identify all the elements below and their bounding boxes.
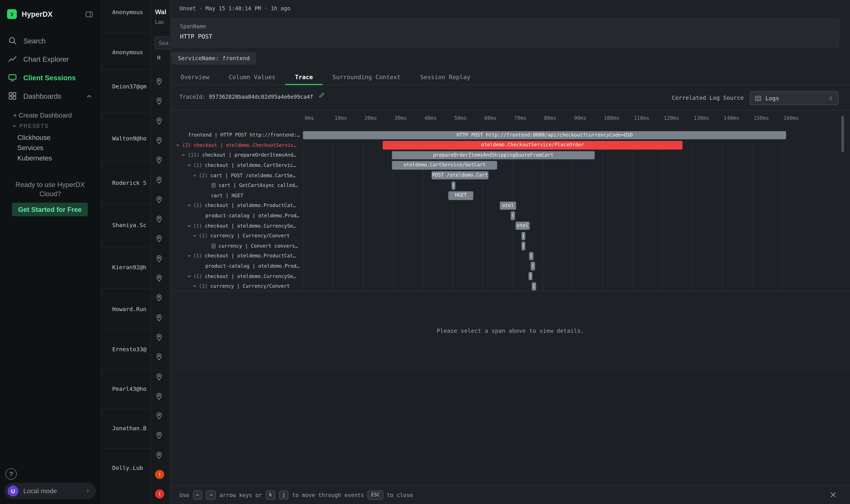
tab-session-replay[interactable]: Session Replay bbox=[410, 70, 480, 85]
trace-span-row[interactable]: (1)checkout | oteldemo.ProductCat… bbox=[171, 201, 303, 211]
trace-span-bar[interactable]: ( bbox=[452, 181, 455, 190]
trace-span-row[interactable]: (2)checkout | oteldemo.CheckoutServic… bbox=[171, 140, 303, 150]
event-pin-icon[interactable] bbox=[155, 313, 163, 322]
service-name-chip[interactable]: ServiceName: frontend bbox=[172, 52, 256, 64]
event-pin-icon[interactable] bbox=[155, 235, 163, 243]
chevron-down-icon[interactable] bbox=[187, 223, 191, 228]
event-pin-icon[interactable] bbox=[155, 215, 163, 223]
trace-span-bar[interactable]: ( bbox=[521, 232, 525, 240]
chevron-down-icon[interactable] bbox=[176, 143, 180, 147]
chevron-down-icon[interactable] bbox=[187, 254, 191, 258]
log-source-select[interactable]: Logs bbox=[750, 91, 839, 105]
event-pin-icon[interactable] bbox=[155, 353, 163, 361]
session-alert-icon[interactable] bbox=[155, 470, 164, 479]
footer-text: to close bbox=[387, 492, 413, 498]
span-label: checkout | oteldemo.CartServic… bbox=[205, 163, 296, 168]
trace-span-bar[interactable]: ( bbox=[521, 242, 525, 250]
trace-span-bar[interactable]: otel bbox=[500, 201, 516, 210]
event-pin-icon[interactable] bbox=[155, 156, 163, 164]
trace-span-row[interactable]: (1)currency | Currency/Convert bbox=[171, 281, 303, 291]
event-pin-icon[interactable] bbox=[155, 412, 163, 420]
presets-section-toggle[interactable]: PRESETS bbox=[12, 123, 49, 129]
trace-span-row[interactable]: (1)checkout | oteldemo.CartServic… bbox=[171, 160, 303, 170]
event-pin-icon[interactable] bbox=[155, 392, 163, 400]
event-pin-icon[interactable] bbox=[155, 117, 163, 125]
event-pin-icon[interactable] bbox=[155, 176, 163, 184]
chevron-down-icon[interactable] bbox=[187, 203, 191, 208]
trace-span-row[interactable]: (1)checkout | oteldemo.CurrencySe… bbox=[171, 271, 303, 281]
trace-span-row[interactable]: (1)checkout | oteldemo.CurrencySe… bbox=[171, 221, 303, 231]
tab-trace[interactable]: Trace bbox=[285, 70, 323, 85]
search-icon bbox=[8, 36, 17, 45]
event-pin-icon[interactable] bbox=[155, 137, 163, 145]
tab-surrounding-context[interactable]: Surrounding Context bbox=[323, 70, 410, 85]
close-icon[interactable] bbox=[829, 491, 837, 499]
sidebar-item-search[interactable]: Search bbox=[0, 31, 100, 50]
trace-span-bar[interactable]: HGET bbox=[448, 191, 473, 200]
trace-span-row[interactable]: (2)cart | POST /oteldemo.CartSe… bbox=[171, 170, 303, 180]
event-pin-icon[interactable] bbox=[155, 196, 163, 204]
trace-span-bar[interactable]: HTTP POST http://frontend:8080/api/check… bbox=[303, 131, 786, 139]
chevron-down-icon[interactable] bbox=[192, 284, 197, 288]
trace-span-bar[interactable]: otel bbox=[516, 222, 530, 230]
tab-column-values[interactable]: Column Values bbox=[219, 70, 285, 85]
trace-id-label: TraceId: bbox=[179, 94, 205, 100]
event-pin-icon[interactable] bbox=[155, 373, 163, 381]
tab-overview[interactable]: Overview bbox=[171, 70, 219, 85]
events-search-input[interactable] bbox=[155, 36, 170, 49]
trace-span-row[interactable]: product-catalog | oteldemo.Prod… bbox=[171, 261, 303, 271]
sidebar-item-kubernetes[interactable]: Kubernetes bbox=[0, 153, 100, 164]
help-button[interactable]: ? bbox=[5, 468, 17, 480]
trace-span-row[interactable]: (1)currency | Currency/Convert bbox=[171, 231, 303, 241]
key-k: k bbox=[266, 490, 275, 500]
trace-span-bar[interactable]: ( bbox=[511, 212, 515, 220]
chevron-down-icon[interactable] bbox=[192, 173, 197, 178]
chevron-down-icon[interactable] bbox=[187, 274, 191, 278]
presets-list: ClickhouseServicesKubernetes bbox=[0, 133, 100, 164]
session-alert-icon[interactable] bbox=[155, 489, 164, 499]
trace-span-row[interactable]: currency | Convert convers… bbox=[171, 241, 303, 251]
create-dashboard-button[interactable]: + Create Dashboard bbox=[13, 112, 72, 119]
trace-span-bar[interactable]: oteldemo.CartService/GetCart bbox=[392, 161, 497, 169]
span-label: checkout | oteldemo.CheckoutServic… bbox=[194, 143, 297, 148]
event-pin-icon[interactable] bbox=[155, 294, 163, 302]
sidebar-item-dashboards[interactable]: Dashboards bbox=[0, 87, 100, 105]
trace-span-bar[interactable]: ( bbox=[529, 252, 533, 260]
session-title: Wal bbox=[155, 8, 166, 16]
trace-span-row[interactable]: cart | GetCartAsync called… bbox=[171, 180, 303, 191]
chevron-down-icon[interactable] bbox=[181, 153, 185, 158]
event-pin-icon[interactable] bbox=[155, 97, 163, 105]
event-row-fragment: H bbox=[157, 55, 160, 61]
avatar: U bbox=[8, 486, 18, 496]
trace-span-bar[interactable]: ( bbox=[529, 272, 532, 281]
event-pin-icon[interactable] bbox=[155, 333, 163, 341]
sidebar-item-services[interactable]: Services bbox=[0, 143, 100, 153]
sidebar-item-chart-explorer[interactable]: Chart Explorer bbox=[0, 50, 100, 68]
trace-span-bar[interactable]: ( bbox=[531, 282, 536, 290]
local-mode-menu[interactable]: U Local mode bbox=[4, 483, 96, 499]
event-pin-icon[interactable] bbox=[155, 451, 163, 460]
client-sessions-icon bbox=[8, 73, 17, 82]
trace-span-bar[interactable]: oteldemo.CheckoutService/PlaceOrder bbox=[383, 141, 682, 149]
trace-span-row[interactable]: frontend | HTTP POST http://frontend:… bbox=[171, 130, 303, 140]
trace-span-bar[interactable]: POST /oteldemo.Cart bbox=[432, 171, 489, 180]
trace-span-row[interactable]: (1)checkout | oteldemo.ProductCat… bbox=[171, 251, 303, 261]
chevron-down-icon[interactable] bbox=[187, 163, 191, 167]
trace-span-row[interactable]: (11)checkout | prepareOrderItemsAnd… bbox=[171, 150, 303, 160]
chevron-down-icon[interactable] bbox=[192, 234, 197, 238]
get-started-button[interactable]: Get Started for Free bbox=[12, 203, 88, 216]
edit-icon[interactable] bbox=[318, 92, 325, 98]
sidebar-item-clickhouse[interactable]: Clickhouse bbox=[0, 133, 100, 143]
trace-span-row[interactable]: cart | HGET bbox=[171, 191, 303, 201]
sidebar-collapse-icon[interactable] bbox=[85, 10, 93, 18]
trace-span-bar[interactable]: prepareOrderItemsAndShippingQuoteFromCar… bbox=[392, 151, 595, 159]
trace-span-bar[interactable]: ( bbox=[531, 262, 535, 270]
trace-span-row[interactable]: product-catalog | oteldemo.Prod… bbox=[171, 211, 303, 221]
sidebar-item-client-sessions[interactable]: Client Sessions bbox=[0, 68, 100, 87]
waterfall-scrollbar[interactable] bbox=[841, 115, 844, 152]
event-pin-icon[interactable] bbox=[155, 274, 163, 282]
event-pin-icon[interactable] bbox=[155, 432, 163, 440]
event-pin-icon[interactable] bbox=[155, 77, 163, 86]
footer-text: Use bbox=[179, 492, 189, 498]
event-pin-icon[interactable] bbox=[155, 255, 163, 263]
